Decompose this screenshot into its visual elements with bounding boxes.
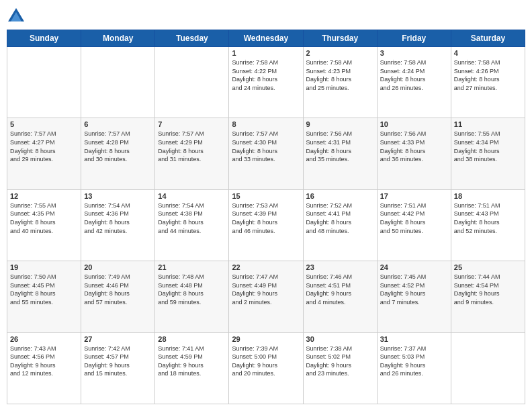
day-number: 26 [10, 335, 78, 343]
day-info: Sunrise: 7:49 AM Sunset: 4:46 PM Dayligh… [84, 273, 152, 306]
page: Sunday Monday Tuesday Wednesday Thursday… [0, 0, 532, 411]
day-number: 19 [10, 263, 78, 271]
day-info: Sunrise: 7:51 AM Sunset: 4:42 PM Dayligh… [380, 201, 448, 235]
calendar-header: Sunday Monday Tuesday Wednesday Thursday… [7, 30, 525, 47]
day-info: Sunrise: 7:52 AM Sunset: 4:41 PM Dayligh… [306, 201, 374, 235]
logo-icon [7, 7, 26, 26]
calendar-cell: 14Sunrise: 7:54 AM Sunset: 4:38 PM Dayli… [155, 189, 229, 261]
day-number: 7 [158, 120, 226, 128]
day-info: Sunrise: 7:57 AM Sunset: 4:30 PM Dayligh… [232, 130, 300, 163]
calendar-cell: 27Sunrise: 7:42 AM Sunset: 4:57 PM Dayli… [81, 332, 155, 404]
calendar-cell: 25Sunrise: 7:44 AM Sunset: 4:54 PM Dayli… [451, 261, 525, 332]
header-saturday: Saturday [451, 30, 525, 47]
calendar-cell: 24Sunrise: 7:45 AM Sunset: 4:52 PM Dayli… [377, 261, 451, 332]
day-number: 5 [10, 120, 78, 128]
day-info: Sunrise: 7:44 AM Sunset: 4:54 PM Dayligh… [454, 273, 522, 306]
day-info: Sunrise: 7:53 AM Sunset: 4:39 PM Dayligh… [232, 201, 300, 235]
day-info: Sunrise: 7:47 AM Sunset: 4:49 PM Dayligh… [232, 273, 300, 306]
day-info: Sunrise: 7:54 AM Sunset: 4:38 PM Dayligh… [158, 201, 226, 235]
calendar-cell: 3Sunrise: 7:58 AM Sunset: 4:24 PM Daylig… [377, 47, 451, 118]
day-info: Sunrise: 7:45 AM Sunset: 4:52 PM Dayligh… [380, 273, 448, 306]
day-number: 11 [454, 120, 522, 128]
calendar-body: 1Sunrise: 7:58 AM Sunset: 4:22 PM Daylig… [7, 47, 525, 404]
header-tuesday: Tuesday [155, 30, 229, 47]
day-info: Sunrise: 7:39 AM Sunset: 5:00 PM Dayligh… [232, 345, 300, 378]
calendar-cell [7, 47, 81, 118]
calendar-cell [155, 47, 229, 118]
header-wednesday: Wednesday [229, 30, 303, 47]
calendar-cell: 11Sunrise: 7:55 AM Sunset: 4:34 PM Dayli… [451, 118, 525, 189]
calendar-cell: 15Sunrise: 7:53 AM Sunset: 4:39 PM Dayli… [229, 189, 303, 261]
day-info: Sunrise: 7:48 AM Sunset: 4:48 PM Dayligh… [158, 273, 226, 306]
day-number: 16 [306, 192, 374, 200]
calendar-week-4: 26Sunrise: 7:43 AM Sunset: 4:56 PM Dayli… [7, 332, 525, 404]
day-number: 17 [380, 192, 448, 200]
calendar-cell: 28Sunrise: 7:41 AM Sunset: 4:59 PM Dayli… [155, 332, 229, 404]
day-number: 4 [454, 49, 522, 57]
header-friday: Friday [377, 30, 451, 47]
day-number: 21 [158, 263, 226, 271]
day-number: 12 [10, 192, 78, 200]
calendar-cell: 18Sunrise: 7:51 AM Sunset: 4:43 PM Dayli… [451, 189, 525, 261]
calendar-cell: 16Sunrise: 7:52 AM Sunset: 4:41 PM Dayli… [303, 189, 377, 261]
header-sunday: Sunday [7, 30, 81, 47]
logo [7, 7, 28, 26]
header-monday: Monday [81, 30, 155, 47]
day-number: 27 [84, 335, 152, 343]
day-number: 3 [380, 49, 448, 57]
calendar-cell: 10Sunrise: 7:56 AM Sunset: 4:33 PM Dayli… [377, 118, 451, 189]
calendar-cell: 23Sunrise: 7:46 AM Sunset: 4:51 PM Dayli… [303, 261, 377, 332]
day-number: 10 [380, 120, 448, 128]
calendar-cell: 26Sunrise: 7:43 AM Sunset: 4:56 PM Dayli… [7, 332, 81, 404]
day-info: Sunrise: 7:54 AM Sunset: 4:36 PM Dayligh… [84, 201, 152, 235]
calendar-cell [81, 47, 155, 118]
calendar-cell: 2Sunrise: 7:58 AM Sunset: 4:23 PM Daylig… [303, 47, 377, 118]
calendar-cell: 7Sunrise: 7:57 AM Sunset: 4:29 PM Daylig… [155, 118, 229, 189]
calendar-cell: 21Sunrise: 7:48 AM Sunset: 4:48 PM Dayli… [155, 261, 229, 332]
day-number: 15 [232, 192, 300, 200]
calendar-table: Sunday Monday Tuesday Wednesday Thursday… [7, 30, 525, 404]
calendar-cell: 17Sunrise: 7:51 AM Sunset: 4:42 PM Dayli… [377, 189, 451, 261]
day-number: 22 [232, 263, 300, 271]
calendar-cell: 29Sunrise: 7:39 AM Sunset: 5:00 PM Dayli… [229, 332, 303, 404]
day-number: 20 [84, 263, 152, 271]
calendar-cell: 1Sunrise: 7:58 AM Sunset: 4:22 PM Daylig… [229, 47, 303, 118]
day-header-row: Sunday Monday Tuesday Wednesday Thursday… [7, 30, 525, 47]
calendar-week-3: 19Sunrise: 7:50 AM Sunset: 4:45 PM Dayli… [7, 261, 525, 332]
header [7, 7, 525, 26]
day-info: Sunrise: 7:37 AM Sunset: 5:03 PM Dayligh… [380, 345, 448, 378]
header-thursday: Thursday [303, 30, 377, 47]
day-number: 25 [454, 263, 522, 271]
day-info: Sunrise: 7:51 AM Sunset: 4:43 PM Dayligh… [454, 201, 522, 235]
day-info: Sunrise: 7:58 AM Sunset: 4:23 PM Dayligh… [306, 58, 374, 92]
day-number: 24 [380, 263, 448, 271]
day-info: Sunrise: 7:43 AM Sunset: 4:56 PM Dayligh… [10, 345, 78, 378]
day-number: 1 [232, 49, 300, 57]
day-info: Sunrise: 7:50 AM Sunset: 4:45 PM Dayligh… [10, 273, 78, 306]
calendar-cell: 9Sunrise: 7:56 AM Sunset: 4:31 PM Daylig… [303, 118, 377, 189]
day-info: Sunrise: 7:41 AM Sunset: 4:59 PM Dayligh… [158, 345, 226, 378]
day-info: Sunrise: 7:57 AM Sunset: 4:29 PM Dayligh… [158, 130, 226, 163]
day-info: Sunrise: 7:56 AM Sunset: 4:31 PM Dayligh… [306, 130, 374, 163]
calendar-week-1: 5Sunrise: 7:57 AM Sunset: 4:27 PM Daylig… [7, 118, 525, 189]
day-number: 6 [84, 120, 152, 128]
day-info: Sunrise: 7:55 AM Sunset: 4:34 PM Dayligh… [454, 130, 522, 163]
calendar-week-0: 1Sunrise: 7:58 AM Sunset: 4:22 PM Daylig… [7, 47, 525, 118]
day-info: Sunrise: 7:38 AM Sunset: 5:02 PM Dayligh… [306, 345, 374, 378]
day-info: Sunrise: 7:56 AM Sunset: 4:33 PM Dayligh… [380, 130, 448, 163]
day-number: 18 [454, 192, 522, 200]
day-number: 23 [306, 263, 374, 271]
day-number: 29 [232, 335, 300, 343]
day-info: Sunrise: 7:58 AM Sunset: 4:24 PM Dayligh… [380, 58, 448, 92]
day-info: Sunrise: 7:55 AM Sunset: 4:35 PM Dayligh… [10, 201, 78, 235]
day-number: 30 [306, 335, 374, 343]
day-number: 28 [158, 335, 226, 343]
day-number: 2 [306, 49, 374, 57]
day-info: Sunrise: 7:58 AM Sunset: 4:22 PM Dayligh… [232, 58, 300, 92]
calendar-week-2: 12Sunrise: 7:55 AM Sunset: 4:35 PM Dayli… [7, 189, 525, 261]
calendar-cell: 12Sunrise: 7:55 AM Sunset: 4:35 PM Dayli… [7, 189, 81, 261]
calendar-cell: 30Sunrise: 7:38 AM Sunset: 5:02 PM Dayli… [303, 332, 377, 404]
day-info: Sunrise: 7:58 AM Sunset: 4:26 PM Dayligh… [454, 58, 522, 92]
calendar-cell: 5Sunrise: 7:57 AM Sunset: 4:27 PM Daylig… [7, 118, 81, 189]
calendar-cell: 4Sunrise: 7:58 AM Sunset: 4:26 PM Daylig… [451, 47, 525, 118]
